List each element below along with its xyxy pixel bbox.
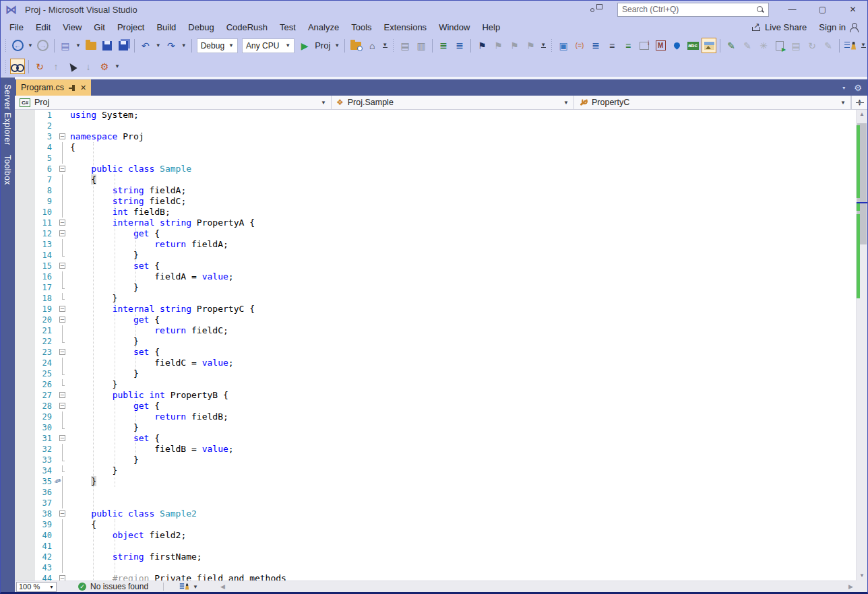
menu-coderush[interactable]: CodeRush bbox=[220, 21, 274, 34]
open-file-icon[interactable] bbox=[84, 38, 98, 53]
live-share-button[interactable]: Live Share bbox=[752, 22, 807, 32]
coderush-settings-icon[interactable]: ⚙ bbox=[97, 59, 112, 74]
solution-platform-combo[interactable]: Any CPU▼ bbox=[242, 38, 294, 53]
member-dropdown[interactable]: PropertyC ▼ bbox=[574, 96, 851, 109]
code-line-5: 5 bbox=[15, 153, 856, 164]
sort-lines-icon[interactable]: ≡ bbox=[621, 38, 636, 53]
project-dropdown[interactable]: C# Proj ▼ bbox=[15, 96, 332, 109]
tab-program-cs[interactable]: Program.cs ✕ bbox=[16, 79, 91, 96]
structure-visualizer-icon[interactable]: ▣ bbox=[556, 38, 571, 53]
line-number: 18 bbox=[35, 293, 57, 304]
spell-checker-icon[interactable]: abc bbox=[685, 38, 700, 53]
type-dropdown[interactable]: ❖ Proj.Sample ▼ bbox=[332, 96, 574, 109]
menu-debug[interactable]: Debug bbox=[182, 21, 220, 34]
line-number: 34 bbox=[35, 465, 57, 476]
line-number: 26 bbox=[35, 379, 57, 390]
menu-project[interactable]: Project bbox=[111, 21, 150, 34]
coderush-visualize-icon[interactable] bbox=[10, 59, 25, 74]
undo-icon[interactable]: ↶ bbox=[138, 38, 153, 53]
code-editor[interactable]: 1using System;23–namespace Proj4{56– pub… bbox=[15, 110, 856, 581]
search-input[interactable]: Search (Ctrl+Q) bbox=[617, 3, 769, 17]
markdown-icon[interactable]: M bbox=[653, 38, 668, 53]
line-number: 3 bbox=[35, 131, 57, 142]
menu-window[interactable]: Window bbox=[433, 21, 476, 34]
solution-configuration-combo[interactable]: Debug▼ bbox=[197, 38, 238, 53]
editor-options-gear-icon[interactable]: ⚙ bbox=[854, 83, 862, 93]
menu-view[interactable]: View bbox=[57, 21, 88, 34]
indent-decrease-icon[interactable]: ≣ bbox=[436, 38, 451, 53]
line-number: 9 bbox=[35, 196, 57, 207]
coderush-refresh-icon[interactable]: ↻ bbox=[32, 59, 47, 74]
code-line-9: 9 string fieldC; bbox=[15, 196, 856, 207]
code-cleanup-icon[interactable] bbox=[843, 38, 858, 53]
fold-collapse-icon: – bbox=[59, 220, 65, 226]
menu-test[interactable]: Test bbox=[274, 21, 302, 34]
align-lines-icon[interactable]: ≡ bbox=[604, 38, 619, 53]
test-run-icon[interactable]: ✎ bbox=[724, 38, 739, 53]
bookmark-clear-icon[interactable]: ⚑ bbox=[523, 38, 538, 53]
menu-tools[interactable]: Tools bbox=[345, 21, 377, 34]
bookmark-previous-icon[interactable]: ⚑ bbox=[491, 38, 505, 53]
scroll-left-icon[interactable]: ◀ bbox=[220, 583, 225, 590]
zoom-level-dropdown[interactable]: 100 % ▼ bbox=[16, 582, 57, 592]
search-placeholder: Search (Ctrl+Q) bbox=[622, 5, 679, 14]
indent-increase-icon[interactable]: ≣ bbox=[452, 38, 467, 53]
minimize-button[interactable]: — bbox=[777, 0, 807, 19]
view-designer-icon[interactable]: ▥ bbox=[414, 38, 429, 53]
script-file-icon[interactable]: ▤ bbox=[788, 38, 803, 53]
home-icon[interactable]: ⌂ bbox=[365, 38, 379, 53]
run-script-icon[interactable] bbox=[772, 38, 787, 53]
scrollbar-corner bbox=[856, 581, 867, 592]
test-stop-icon[interactable]: ✳ bbox=[756, 38, 771, 53]
close-button[interactable]: ✕ bbox=[838, 0, 868, 19]
paste-import-icon[interactable] bbox=[637, 38, 652, 53]
menu-file[interactable]: File bbox=[3, 21, 30, 34]
navigate-forward-icon[interactable]: → bbox=[36, 38, 51, 53]
find-in-files-icon[interactable] bbox=[348, 38, 363, 53]
tool-window-tab-toolbox[interactable]: Toolbox bbox=[0, 148, 15, 185]
edit-test-icon[interactable]: ✎ bbox=[821, 38, 836, 53]
tool-window-tab-server-explorer[interactable]: Server Explorer bbox=[0, 77, 15, 145]
document-health-indicator[interactable]: ✓ No issues found bbox=[78, 582, 148, 591]
map-pin-icon[interactable] bbox=[669, 38, 684, 53]
new-project-icon[interactable]: ▤ bbox=[58, 38, 73, 53]
scroll-down-icon[interactable]: ▼ bbox=[857, 571, 867, 581]
navigate-back-icon[interactable]: ← bbox=[10, 38, 25, 53]
pin-tab-icon[interactable] bbox=[69, 84, 75, 91]
image-embed-icon[interactable] bbox=[702, 38, 716, 53]
maximize-button[interactable]: ▢ bbox=[807, 0, 838, 19]
save-all-icon[interactable] bbox=[116, 38, 131, 53]
menu-build[interactable]: Build bbox=[150, 21, 182, 34]
save-icon[interactable] bbox=[100, 38, 115, 53]
sign-in-button[interactable]: Sign in bbox=[819, 22, 859, 32]
coderush-cursor-icon[interactable] bbox=[65, 59, 80, 74]
redo-icon[interactable]: ↷ bbox=[164, 38, 179, 53]
vertical-scrollbar[interactable]: ▲ ▼ bbox=[856, 110, 867, 581]
line-number: 33 bbox=[35, 455, 57, 465]
menu-analyze[interactable]: Analyze bbox=[302, 21, 345, 34]
coderush-move-down-icon[interactable]: ↓ bbox=[81, 59, 96, 74]
format-braces-icon[interactable]: (=) bbox=[572, 38, 587, 53]
feedback-icon[interactable] bbox=[589, 4, 602, 15]
class-icon: ❖ bbox=[336, 98, 344, 107]
split-editor-button[interactable]: ▲▼ bbox=[851, 96, 867, 109]
menu-extensions[interactable]: Extensions bbox=[378, 21, 433, 34]
code-cleanup-icon[interactable] bbox=[180, 583, 189, 591]
menu-help[interactable]: Help bbox=[476, 21, 506, 34]
tab-list-dropdown-icon[interactable]: ▾ bbox=[840, 85, 847, 91]
code-line-1: 1using System; bbox=[15, 110, 856, 121]
chevron-down-icon[interactable]: ▼ bbox=[191, 584, 200, 590]
organize-members-icon[interactable]: ≣ bbox=[588, 38, 603, 53]
view-code-icon[interactable]: ▤ bbox=[398, 38, 412, 53]
coderush-move-up-icon[interactable]: ↑ bbox=[49, 59, 63, 74]
scroll-right-icon[interactable]: ▶ bbox=[848, 583, 853, 590]
bookmark-next-icon[interactable]: ⚑ bbox=[507, 38, 522, 53]
refresh-icon[interactable]: ↻ bbox=[805, 38, 819, 53]
start-debug-button[interactable]: ▶ bbox=[297, 38, 312, 53]
menu-edit[interactable]: Edit bbox=[30, 21, 57, 34]
scroll-up-icon[interactable]: ▲ bbox=[857, 110, 867, 119]
bookmark-icon[interactable]: ⚑ bbox=[474, 38, 489, 53]
close-tab-icon[interactable]: ✕ bbox=[80, 84, 86, 92]
test-debug-icon[interactable]: ✎ bbox=[740, 38, 755, 53]
menu-git[interactable]: Git bbox=[88, 21, 111, 34]
